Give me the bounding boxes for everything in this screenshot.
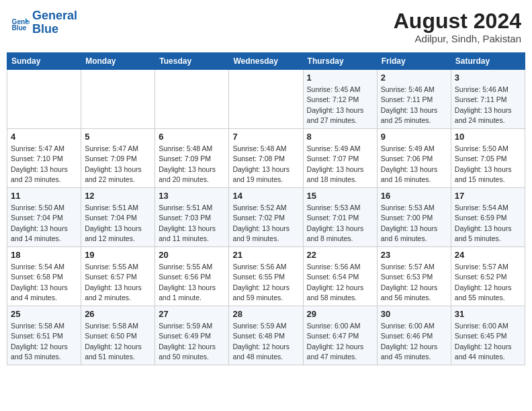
day-info: Sunrise: 5:52 AM Sunset: 7:02 PM Dayligh… xyxy=(232,203,299,244)
calendar-cell xyxy=(229,70,303,129)
day-info: Sunrise: 6:00 AM Sunset: 6:45 PM Dayligh… xyxy=(455,321,521,362)
day-number: 28 xyxy=(232,309,299,319)
svg-text:Blue: Blue xyxy=(12,24,27,32)
logo-line1: General xyxy=(32,9,77,23)
subtitle: Adilpur, Sindh, Pakistan xyxy=(394,33,521,44)
day-number: 7 xyxy=(232,132,299,142)
calendar-week-4: 18Sunrise: 5:54 AM Sunset: 6:58 PM Dayli… xyxy=(7,247,525,306)
day-info: Sunrise: 5:51 AM Sunset: 7:04 PM Dayligh… xyxy=(85,203,151,244)
calendar-cell: 9Sunrise: 5:49 AM Sunset: 7:06 PM Daylig… xyxy=(377,129,451,188)
day-info: Sunrise: 5:50 AM Sunset: 7:04 PM Dayligh… xyxy=(11,203,77,244)
calendar-cell: 11Sunrise: 5:50 AM Sunset: 7:04 PM Dayli… xyxy=(7,188,81,247)
day-info: Sunrise: 5:57 AM Sunset: 6:53 PM Dayligh… xyxy=(381,262,447,303)
day-info: Sunrise: 6:00 AM Sunset: 6:47 PM Dayligh… xyxy=(307,321,373,362)
calendar-cell: 28Sunrise: 5:59 AM Sunset: 6:48 PM Dayli… xyxy=(229,306,303,365)
day-info: Sunrise: 5:57 AM Sunset: 6:52 PM Dayligh… xyxy=(455,262,521,303)
day-header-wednesday: Wednesday xyxy=(229,53,303,70)
day-info: Sunrise: 5:48 AM Sunset: 7:08 PM Dayligh… xyxy=(232,144,299,185)
day-info: Sunrise: 5:56 AM Sunset: 6:55 PM Dayligh… xyxy=(232,262,299,303)
calendar-cell: 29Sunrise: 6:00 AM Sunset: 6:47 PM Dayli… xyxy=(303,306,377,365)
calendar-cell: 24Sunrise: 5:57 AM Sunset: 6:52 PM Dayli… xyxy=(451,247,525,306)
day-info: Sunrise: 5:50 AM Sunset: 7:05 PM Dayligh… xyxy=(455,144,521,185)
calendar-cell: 7Sunrise: 5:48 AM Sunset: 7:08 PM Daylig… xyxy=(229,129,303,188)
day-number: 25 xyxy=(11,309,77,319)
day-number: 16 xyxy=(381,191,447,201)
calendar-cell xyxy=(7,70,81,129)
day-info: Sunrise: 5:48 AM Sunset: 7:09 PM Dayligh… xyxy=(159,144,225,185)
title-block: August 2024 Adilpur, Sindh, Pakistan xyxy=(394,9,521,44)
header: General Blue General Blue August 2024 Ad… xyxy=(7,7,525,47)
calendar-cell: 14Sunrise: 5:52 AM Sunset: 7:02 PM Dayli… xyxy=(229,188,303,247)
day-info: Sunrise: 5:59 AM Sunset: 6:48 PM Dayligh… xyxy=(232,321,299,362)
day-number: 1 xyxy=(307,73,373,83)
calendar-cell: 16Sunrise: 5:53 AM Sunset: 7:00 PM Dayli… xyxy=(377,188,451,247)
day-number: 19 xyxy=(85,250,151,260)
day-info: Sunrise: 5:49 AM Sunset: 7:06 PM Dayligh… xyxy=(381,144,447,185)
day-number: 22 xyxy=(307,250,373,260)
day-number: 4 xyxy=(11,132,77,142)
day-number: 24 xyxy=(455,250,521,260)
calendar-cell: 8Sunrise: 5:49 AM Sunset: 7:07 PM Daylig… xyxy=(303,129,377,188)
calendar-cell: 30Sunrise: 6:00 AM Sunset: 6:46 PM Dayli… xyxy=(377,306,451,365)
calendar-body: 1Sunrise: 5:45 AM Sunset: 7:12 PM Daylig… xyxy=(7,70,525,365)
day-number: 30 xyxy=(381,309,447,319)
main-title: August 2024 xyxy=(394,9,521,33)
day-number: 27 xyxy=(159,309,225,319)
calendar-cell: 23Sunrise: 5:57 AM Sunset: 6:53 PM Dayli… xyxy=(377,247,451,306)
logo: General Blue General Blue xyxy=(11,9,77,36)
day-number: 13 xyxy=(159,191,225,201)
calendar-cell: 26Sunrise: 5:58 AM Sunset: 6:50 PM Dayli… xyxy=(81,306,155,365)
calendar-header: SundayMondayTuesdayWednesdayThursdayFrid… xyxy=(7,53,525,70)
day-number: 12 xyxy=(85,191,151,201)
day-number: 2 xyxy=(381,73,447,83)
calendar-table: SundayMondayTuesdayWednesdayThursdayFrid… xyxy=(7,52,525,365)
day-info: Sunrise: 5:54 AM Sunset: 6:59 PM Dayligh… xyxy=(455,203,521,244)
day-header-thursday: Thursday xyxy=(303,53,377,70)
day-number: 10 xyxy=(455,132,521,142)
calendar-cell: 17Sunrise: 5:54 AM Sunset: 6:59 PM Dayli… xyxy=(451,188,525,247)
day-number: 8 xyxy=(307,132,373,142)
day-info: Sunrise: 5:55 AM Sunset: 6:57 PM Dayligh… xyxy=(85,262,151,303)
calendar-cell: 25Sunrise: 5:58 AM Sunset: 6:51 PM Dayli… xyxy=(7,306,81,365)
day-number: 21 xyxy=(232,250,299,260)
calendar-cell xyxy=(81,70,155,129)
day-number: 5 xyxy=(85,132,151,142)
logo-text: General Blue xyxy=(32,9,77,36)
calendar-cell: 27Sunrise: 5:59 AM Sunset: 6:49 PM Dayli… xyxy=(155,306,229,365)
day-info: Sunrise: 6:00 AM Sunset: 6:46 PM Dayligh… xyxy=(381,321,447,362)
day-header-saturday: Saturday xyxy=(451,53,525,70)
calendar-cell: 2Sunrise: 5:46 AM Sunset: 7:11 PM Daylig… xyxy=(377,70,451,129)
day-number: 9 xyxy=(381,132,447,142)
day-number: 20 xyxy=(159,250,225,260)
calendar-cell: 21Sunrise: 5:56 AM Sunset: 6:55 PM Dayli… xyxy=(229,247,303,306)
day-info: Sunrise: 5:53 AM Sunset: 7:01 PM Dayligh… xyxy=(307,203,373,244)
calendar-cell: 31Sunrise: 6:00 AM Sunset: 6:45 PM Dayli… xyxy=(451,306,525,365)
day-info: Sunrise: 5:59 AM Sunset: 6:49 PM Dayligh… xyxy=(159,321,225,362)
day-info: Sunrise: 5:46 AM Sunset: 7:11 PM Dayligh… xyxy=(455,85,521,126)
calendar-cell: 1Sunrise: 5:45 AM Sunset: 7:12 PM Daylig… xyxy=(303,70,377,129)
day-info: Sunrise: 5:56 AM Sunset: 6:54 PM Dayligh… xyxy=(307,262,373,303)
logo-icon: General Blue xyxy=(11,13,30,32)
day-number: 11 xyxy=(11,191,77,201)
calendar-cell: 4Sunrise: 5:47 AM Sunset: 7:10 PM Daylig… xyxy=(7,129,81,188)
day-info: Sunrise: 5:47 AM Sunset: 7:10 PM Dayligh… xyxy=(11,144,77,185)
day-number: 23 xyxy=(381,250,447,260)
calendar-week-5: 25Sunrise: 5:58 AM Sunset: 6:51 PM Dayli… xyxy=(7,306,525,365)
calendar-cell xyxy=(155,70,229,129)
day-info: Sunrise: 5:51 AM Sunset: 7:03 PM Dayligh… xyxy=(159,203,225,244)
calendar-cell: 13Sunrise: 5:51 AM Sunset: 7:03 PM Dayli… xyxy=(155,188,229,247)
day-info: Sunrise: 5:53 AM Sunset: 7:00 PM Dayligh… xyxy=(381,203,447,244)
day-number: 14 xyxy=(232,191,299,201)
day-number: 15 xyxy=(307,191,373,201)
day-info: Sunrise: 5:46 AM Sunset: 7:11 PM Dayligh… xyxy=(381,85,447,126)
day-info: Sunrise: 5:58 AM Sunset: 6:50 PM Dayligh… xyxy=(85,321,151,362)
calendar-cell: 15Sunrise: 5:53 AM Sunset: 7:01 PM Dayli… xyxy=(303,188,377,247)
day-info: Sunrise: 5:47 AM Sunset: 7:09 PM Dayligh… xyxy=(85,144,151,185)
calendar-cell: 5Sunrise: 5:47 AM Sunset: 7:09 PM Daylig… xyxy=(81,129,155,188)
day-number: 31 xyxy=(455,309,521,319)
day-info: Sunrise: 5:49 AM Sunset: 7:07 PM Dayligh… xyxy=(307,144,373,185)
calendar-cell: 20Sunrise: 5:55 AM Sunset: 6:56 PM Dayli… xyxy=(155,247,229,306)
calendar-cell: 18Sunrise: 5:54 AM Sunset: 6:58 PM Dayli… xyxy=(7,247,81,306)
calendar-cell: 10Sunrise: 5:50 AM Sunset: 7:05 PM Dayli… xyxy=(451,129,525,188)
calendar-week-3: 11Sunrise: 5:50 AM Sunset: 7:04 PM Dayli… xyxy=(7,188,525,247)
